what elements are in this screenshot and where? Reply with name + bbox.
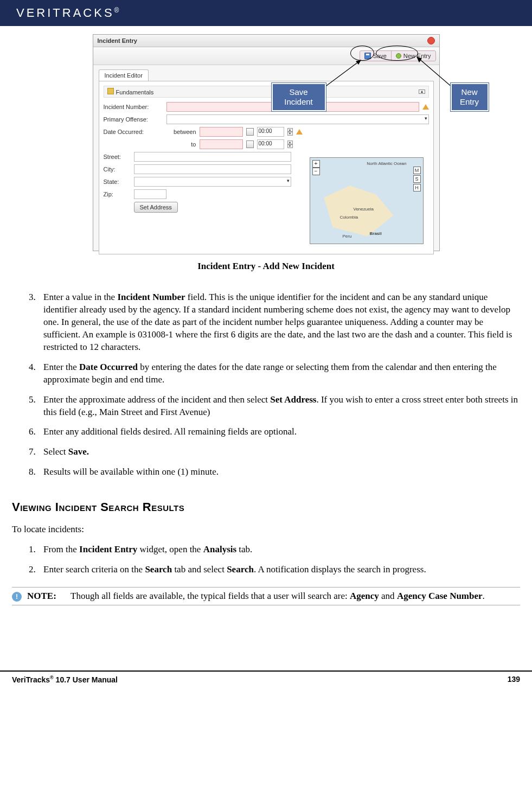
- label-between: between: [166, 129, 196, 135]
- screenshot-figure: Incident Entry Save New Entry Incident E…: [93, 34, 440, 251]
- time-to-spinner[interactable]: ▴▾: [287, 141, 293, 148]
- label-incident-number: Incident Number:: [104, 104, 163, 110]
- brand-header: VERITRACKS®: [0, 0, 532, 26]
- label-date-occurred: Date Occurred:: [104, 129, 163, 135]
- time-from-input[interactable]: 00:00: [257, 127, 284, 137]
- brand-logo: VERITRACKS®: [16, 6, 119, 20]
- time-from-spinner[interactable]: ▴▾: [287, 128, 293, 136]
- step-7: Select Save.: [38, 446, 520, 458]
- date-from-input[interactable]: [200, 127, 243, 137]
- step-b2: Enter search criteria on the Search tab …: [38, 564, 520, 576]
- step-6: Enter any additional fields desired. All…: [38, 426, 520, 438]
- zip-input[interactable]: [134, 189, 166, 199]
- calendar-icon[interactable]: [246, 128, 254, 136]
- map-label-colombia: Colombia: [340, 215, 358, 220]
- section-title: Fundamentals: [116, 89, 154, 95]
- step-5: Enter the approximate address of the inc…: [38, 394, 520, 419]
- set-address-label: Set Address: [140, 204, 172, 210]
- label-to: to: [166, 141, 196, 148]
- step-3: Enter a value in the Incident Number fie…: [38, 291, 520, 354]
- window-title-text: Incident Entry: [98, 37, 137, 44]
- map-mode-controls[interactable]: M S H: [413, 167, 421, 191]
- section-header: Fundamentals ▴: [104, 86, 429, 98]
- footer-page-number: 139: [508, 675, 520, 684]
- state-select[interactable]: ▾: [134, 177, 291, 187]
- brand-text: VERITRACKS: [16, 6, 114, 20]
- primary-offense-select[interactable]: ▾: [166, 114, 429, 124]
- step-b1: From the Incident Entry widget, open the…: [38, 544, 520, 556]
- map-mode-s: S: [413, 175, 421, 183]
- street-input[interactable]: [134, 152, 291, 162]
- zoom-out-icon: −: [312, 168, 320, 175]
- callout-new-entry: New Entry: [451, 83, 489, 111]
- map-mode-h: H: [413, 184, 421, 191]
- body-content: Enter a value in the Incident Number fie…: [12, 291, 520, 605]
- date-to-input[interactable]: [200, 139, 243, 149]
- step-4: Enter the Date Occurred by entering the …: [38, 361, 520, 386]
- figure-caption: Incident Entry - Add New Incident: [12, 261, 520, 272]
- close-icon[interactable]: [427, 37, 435, 44]
- incident-entry-window: Incident Entry Save New Entry Incident E…: [93, 34, 440, 251]
- section-icon: [107, 88, 114, 94]
- steps-list-a: Enter a value in the Incident Number fie…: [38, 291, 520, 478]
- note-icon: !: [12, 592, 22, 602]
- tab-label: Incident Editor: [105, 72, 143, 79]
- page-footer: VeriTracks® 10.7 User Manual 139: [0, 670, 532, 684]
- map-label-peru: Peru: [343, 234, 352, 239]
- map-zoom-controls[interactable]: +−: [312, 160, 320, 175]
- annotation-circle-save: [350, 46, 374, 61]
- window-titlebar: Incident Entry: [93, 35, 439, 47]
- note-label: NOTE:: [27, 591, 65, 602]
- warning-icon: [296, 129, 303, 135]
- callout-new-text: New Entry: [460, 87, 479, 106]
- map-preview[interactable]: +− M S H North Atlantic Ocean Venezuela …: [310, 157, 424, 244]
- set-address-button[interactable]: Set Address: [134, 202, 178, 213]
- note-block: ! NOTE: Though all fields are available,…: [12, 587, 520, 605]
- brand-reg: ®: [114, 7, 119, 14]
- intro-text: To locate incidents:: [12, 524, 520, 535]
- map-label-venezuela: Venezuela: [354, 207, 374, 212]
- city-input[interactable]: [134, 164, 291, 174]
- collapse-icon[interactable]: ▴: [419, 90, 425, 94]
- label-primary-offense: Primary Offense:: [104, 116, 163, 123]
- label-street: Street:: [104, 154, 131, 160]
- note-text: Though all fields are available, the typ…: [70, 591, 520, 602]
- steps-list-b: From the Incident Entry widget, open the…: [38, 544, 520, 576]
- section-heading: Viewing Incident Search Results: [12, 500, 520, 514]
- label-zip: Zip:: [104, 191, 131, 197]
- label-city: City:: [104, 166, 131, 173]
- warning-icon: [422, 104, 429, 110]
- map-label-brasil: Brasil: [370, 231, 382, 236]
- editor-panel: Fundamentals ▴ Incident Number: Primary …: [99, 81, 434, 254]
- calendar-icon[interactable]: [246, 141, 254, 148]
- zoom-in-icon: +: [312, 160, 320, 168]
- map-mode-m: M: [413, 167, 421, 174]
- time-to-input[interactable]: 00:00: [257, 139, 284, 149]
- label-state: State:: [104, 178, 131, 185]
- map-label-atlantic: North Atlantic Ocean: [367, 161, 406, 166]
- annotation-circle-new: [376, 46, 418, 61]
- tab-incident-editor[interactable]: Incident Editor: [99, 69, 149, 81]
- footer-left: VeriTracks® 10.7 User Manual: [12, 675, 118, 684]
- callout-save-text: Save Incident: [284, 87, 313, 106]
- step-8: Results will be available within one (1)…: [38, 466, 520, 478]
- callout-save-incident: Save Incident: [272, 83, 326, 111]
